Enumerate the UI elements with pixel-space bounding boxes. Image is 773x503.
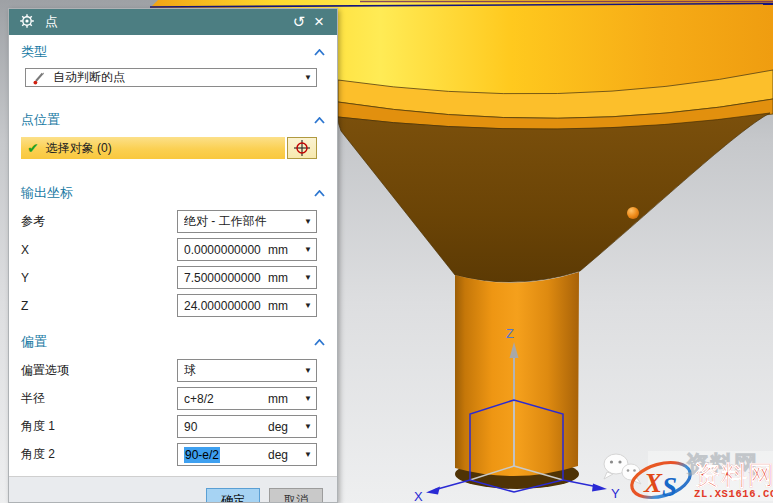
dialog-title: 点	[45, 13, 289, 31]
section-header-type[interactable]: 类型	[9, 35, 337, 65]
dialog-title-bar[interactable]: 点 ↺ ×	[9, 9, 337, 35]
select-object-label: 选择对象 (0)	[46, 140, 112, 157]
dialog-footer: 确定 取消	[9, 476, 337, 502]
logo-letter-x: X	[643, 468, 663, 498]
reference-dropdown[interactable]: 绝对 - 工作部件 ▼	[177, 210, 317, 233]
angle1-value: 90	[184, 420, 264, 434]
dropdown-arrow-icon[interactable]: ▼	[298, 394, 312, 403]
cancel-button[interactable]: 取消	[269, 488, 323, 502]
y-axis-label: Y	[611, 486, 620, 501]
x-coord-unit: mm	[268, 243, 288, 257]
point-preview-sphere	[627, 207, 639, 219]
angle1-label: 角度 1	[21, 418, 177, 435]
offset-option-dropdown[interactable]: 球 ▼	[177, 359, 317, 382]
crosshair-icon	[292, 138, 312, 158]
check-icon: ✔	[27, 140, 39, 156]
close-icon[interactable]: ×	[309, 12, 329, 32]
offset-header-label: 偏置	[21, 333, 47, 351]
offset-option-value: 球	[184, 362, 298, 379]
gear-icon	[17, 13, 37, 32]
z-coord-field[interactable]: 24.000000000 mm ▼	[177, 294, 317, 317]
dropdown-arrow-icon[interactable]: ▼	[298, 450, 312, 459]
dropdown-arrow-icon[interactable]: ▼	[298, 422, 312, 431]
output-coords-header-label: 输出坐标	[21, 184, 73, 202]
angle2-unit: deg	[268, 448, 288, 462]
y-coord-value: 7.5000000000	[184, 271, 264, 285]
angle1-unit: deg	[268, 420, 288, 434]
dropdown-arrow-icon[interactable]: ▼	[298, 366, 312, 375]
x-coord-value: 0.0000000000	[184, 243, 264, 257]
radius-field[interactable]: c+8/2 mm ▼	[177, 387, 317, 410]
dropdown-arrow-icon[interactable]: ▼	[298, 273, 312, 282]
reference-value: 绝对 - 工作部件	[184, 213, 298, 230]
ok-button[interactable]: 确定	[206, 488, 260, 502]
collapse-chevron-icon[interactable]	[314, 117, 325, 124]
point-type-value: 自动判断的点	[53, 69, 298, 86]
y-coord-field[interactable]: 7.5000000000 mm ▼	[177, 266, 317, 289]
point-dialog-button[interactable]	[287, 137, 317, 159]
z-coord-value: 24.000000000	[184, 299, 264, 313]
radius-value: c+8/2	[184, 392, 264, 406]
dropdown-arrow-icon[interactable]: ▼	[298, 73, 312, 82]
logo-letter-s: S	[662, 472, 677, 502]
point-type-dropdown[interactable]: 自动判断的点 ▼	[25, 68, 317, 87]
dropdown-arrow-icon[interactable]: ▼	[298, 301, 312, 310]
y-coord-unit: mm	[268, 271, 288, 285]
watermark-site-name: 资料网	[694, 460, 773, 490]
z-coord-unit: mm	[268, 299, 288, 313]
z-coord-label: Z	[21, 299, 177, 313]
inferred-point-icon	[32, 71, 46, 85]
x-coord-label: X	[21, 243, 177, 257]
collapse-chevron-icon[interactable]	[314, 339, 325, 346]
dropdown-arrow-icon[interactable]: ▼	[298, 217, 312, 226]
z-axis-label: Z	[506, 326, 514, 341]
section-header-offset[interactable]: 偏置	[9, 325, 337, 355]
offset-option-label: 偏置选项	[21, 362, 177, 379]
collapse-chevron-icon[interactable]	[314, 49, 325, 56]
angle2-field[interactable]: 90-e/2 deg ▼	[177, 443, 317, 466]
x-coord-field[interactable]: 0.0000000000 mm ▼	[177, 238, 317, 261]
reset-icon[interactable]: ↺	[289, 13, 309, 31]
angle1-field[interactable]: 90 deg ▼	[177, 415, 317, 438]
collapse-chevron-icon[interactable]	[314, 190, 325, 197]
screw-shank	[455, 272, 579, 476]
y-coord-label: Y	[21, 271, 177, 285]
point-dialog: 点 ↺ × 类型 自动判断的点 ▼ 点位置	[8, 8, 338, 503]
select-object-row[interactable]: ✔ 选择对象 (0)	[21, 137, 285, 159]
section-header-point-location[interactable]: 点位置	[9, 103, 337, 133]
radius-label: 半径	[21, 390, 177, 407]
section-header-output-coords[interactable]: 输出坐标	[9, 176, 337, 206]
dropdown-arrow-icon[interactable]: ▼	[298, 245, 312, 254]
point-location-header-label: 点位置	[21, 111, 60, 129]
reference-label: 参考	[21, 213, 177, 230]
watermark-site-url: ZL.XS1616.COM	[694, 488, 773, 500]
x-axis-label: X	[414, 489, 423, 503]
type-header-label: 类型	[21, 43, 47, 61]
angle2-label: 角度 2	[21, 446, 177, 463]
radius-unit: mm	[268, 392, 288, 406]
angle2-value-selected: 90-e/2	[184, 447, 220, 463]
